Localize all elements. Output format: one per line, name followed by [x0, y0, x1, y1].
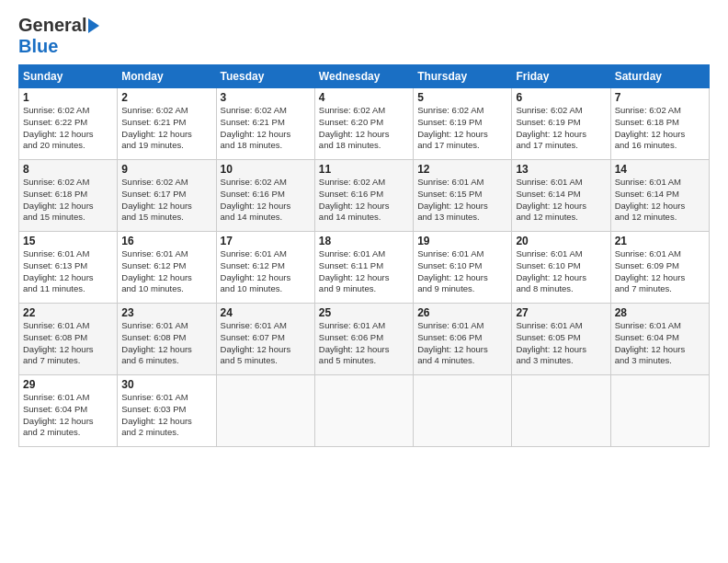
logo-blue-row: Blue	[18, 36, 58, 57]
day-number: 13	[516, 163, 606, 176]
day-number: 16	[121, 235, 211, 247]
calendar-week-2: 8Sunrise: 6:02 AMSunset: 6:18 PMDaylight…	[19, 160, 710, 232]
day-info: Sunrise: 6:02 AMSunset: 6:21 PMDaylight:…	[121, 105, 211, 152]
calendar-cell: 30Sunrise: 6:01 AMSunset: 6:03 PMDayligh…	[118, 375, 216, 447]
calendar-cell: 14Sunrise: 6:01 AMSunset: 6:14 PMDayligh…	[610, 160, 709, 232]
calendar-cell: 26Sunrise: 6:01 AMSunset: 6:06 PMDayligh…	[414, 304, 512, 375]
day-info: Sunrise: 6:02 AMSunset: 6:19 PMDaylight:…	[417, 105, 507, 152]
calendar-cell: 25Sunrise: 6:01 AMSunset: 6:06 PMDayligh…	[314, 304, 413, 375]
calendar-cell: 18Sunrise: 6:01 AMSunset: 6:11 PMDayligh…	[314, 232, 413, 304]
calendar-cell: 1Sunrise: 6:02 AMSunset: 6:22 PMDaylight…	[19, 88, 118, 160]
day-number: 29	[23, 378, 113, 391]
calendar-week-3: 15Sunrise: 6:01 AMSunset: 6:13 PMDayligh…	[19, 232, 710, 304]
day-number: 21	[615, 235, 705, 247]
day-number: 1	[23, 91, 113, 104]
day-number: 3	[221, 91, 311, 104]
calendar-cell	[610, 375, 709, 447]
calendar-cell: 24Sunrise: 6:01 AMSunset: 6:07 PMDayligh…	[216, 304, 314, 375]
calendar-cell: 11Sunrise: 6:02 AMSunset: 6:16 PMDayligh…	[314, 160, 413, 232]
logo-general-text: General	[18, 15, 86, 36]
logo-arrow-icon	[88, 18, 99, 33]
day-number: 2	[121, 91, 211, 104]
calendar-cell: 2Sunrise: 6:02 AMSunset: 6:21 PMDaylight…	[118, 88, 216, 160]
day-number: 22	[23, 306, 113, 319]
day-number: 30	[121, 378, 211, 391]
calendar-cell: 10Sunrise: 6:02 AMSunset: 6:16 PMDayligh…	[216, 160, 314, 232]
day-info: Sunrise: 6:02 AMSunset: 6:18 PMDaylight:…	[615, 105, 705, 152]
day-info: Sunrise: 6:01 AMSunset: 6:06 PMDaylight:…	[417, 320, 507, 367]
calendar-cell: 20Sunrise: 6:01 AMSunset: 6:10 PMDayligh…	[512, 232, 610, 304]
calendar-table: SundayMondayTuesdayWednesdayThursdayFrid…	[18, 64, 710, 447]
calendar-header-friday: Friday	[512, 65, 610, 88]
calendar-cell	[512, 375, 610, 447]
calendar-cell: 28Sunrise: 6:01 AMSunset: 6:04 PMDayligh…	[610, 304, 709, 375]
day-number: 11	[319, 163, 409, 176]
calendar-week-1: 1Sunrise: 6:02 AMSunset: 6:22 PMDaylight…	[19, 88, 710, 160]
day-number: 9	[121, 163, 211, 176]
day-info: Sunrise: 6:02 AMSunset: 6:18 PMDaylight:…	[23, 177, 113, 224]
day-info: Sunrise: 6:01 AMSunset: 6:08 PMDaylight:…	[23, 320, 113, 367]
calendar-cell: 13Sunrise: 6:01 AMSunset: 6:14 PMDayligh…	[512, 160, 610, 232]
calendar-header-saturday: Saturday	[610, 65, 709, 88]
day-number: 27	[516, 306, 606, 319]
day-info: Sunrise: 6:02 AMSunset: 6:22 PMDaylight:…	[23, 105, 113, 152]
day-number: 17	[221, 235, 311, 247]
calendar-cell: 23Sunrise: 6:01 AMSunset: 6:08 PMDayligh…	[118, 304, 216, 375]
day-info: Sunrise: 6:01 AMSunset: 6:14 PMDaylight:…	[516, 177, 606, 224]
calendar-header-wednesday: Wednesday	[314, 65, 413, 88]
calendar-header-monday: Monday	[118, 65, 216, 88]
logo-row: General	[18, 15, 99, 36]
day-number: 20	[516, 235, 606, 247]
day-number: 25	[319, 306, 409, 319]
calendar-cell: 16Sunrise: 6:01 AMSunset: 6:12 PMDayligh…	[118, 232, 216, 304]
day-info: Sunrise: 6:01 AMSunset: 6:08 PMDaylight:…	[121, 320, 211, 367]
calendar-cell: 22Sunrise: 6:01 AMSunset: 6:08 PMDayligh…	[19, 304, 118, 375]
calendar-cell	[314, 375, 413, 447]
day-info: Sunrise: 6:01 AMSunset: 6:12 PMDaylight:…	[221, 248, 311, 295]
day-info: Sunrise: 6:02 AMSunset: 6:16 PMDaylight:…	[319, 177, 409, 224]
day-info: Sunrise: 6:01 AMSunset: 6:04 PMDaylight:…	[23, 392, 113, 439]
calendar-cell: 27Sunrise: 6:01 AMSunset: 6:05 PMDayligh…	[512, 304, 610, 375]
day-number: 4	[319, 91, 409, 104]
page: General Blue SundayMondayTuesdayWednesda…	[0, 0, 728, 563]
day-number: 23	[121, 306, 211, 319]
day-info: Sunrise: 6:02 AMSunset: 6:21 PMDaylight:…	[221, 105, 311, 152]
day-info: Sunrise: 6:01 AMSunset: 6:11 PMDaylight:…	[319, 248, 409, 295]
day-number: 7	[615, 91, 705, 104]
day-number: 14	[615, 163, 705, 176]
calendar-cell	[414, 375, 512, 447]
calendar-cell: 21Sunrise: 6:01 AMSunset: 6:09 PMDayligh…	[610, 232, 709, 304]
calendar-cell: 4Sunrise: 6:02 AMSunset: 6:20 PMDaylight…	[314, 88, 413, 160]
day-info: Sunrise: 6:01 AMSunset: 6:10 PMDaylight:…	[417, 248, 507, 295]
day-info: Sunrise: 6:01 AMSunset: 6:12 PMDaylight:…	[121, 248, 211, 295]
logo: General Blue	[18, 15, 99, 57]
day-number: 18	[319, 235, 409, 247]
day-info: Sunrise: 6:01 AMSunset: 6:09 PMDaylight:…	[615, 248, 705, 295]
day-info: Sunrise: 6:01 AMSunset: 6:03 PMDaylight:…	[121, 392, 211, 439]
calendar-cell: 7Sunrise: 6:02 AMSunset: 6:18 PMDaylight…	[610, 88, 709, 160]
day-info: Sunrise: 6:02 AMSunset: 6:16 PMDaylight:…	[221, 177, 311, 224]
day-number: 15	[23, 235, 113, 247]
day-info: Sunrise: 6:01 AMSunset: 6:13 PMDaylight:…	[23, 248, 113, 295]
logo-blue-text: Blue	[18, 36, 58, 56]
day-number: 6	[516, 91, 606, 104]
day-number: 8	[23, 163, 113, 176]
day-number: 10	[221, 163, 311, 176]
day-info: Sunrise: 6:01 AMSunset: 6:14 PMDaylight:…	[615, 177, 705, 224]
calendar-cell: 29Sunrise: 6:01 AMSunset: 6:04 PMDayligh…	[19, 375, 118, 447]
calendar-cell: 19Sunrise: 6:01 AMSunset: 6:10 PMDayligh…	[414, 232, 512, 304]
calendar-header-sunday: Sunday	[19, 65, 118, 88]
day-number: 19	[417, 235, 507, 247]
calendar-cell: 15Sunrise: 6:01 AMSunset: 6:13 PMDayligh…	[19, 232, 118, 304]
day-info: Sunrise: 6:01 AMSunset: 6:10 PMDaylight:…	[516, 248, 606, 295]
day-number: 5	[417, 91, 507, 104]
day-info: Sunrise: 6:02 AMSunset: 6:19 PMDaylight:…	[516, 105, 606, 152]
header: General Blue	[18, 15, 710, 57]
calendar-cell: 8Sunrise: 6:02 AMSunset: 6:18 PMDaylight…	[19, 160, 118, 232]
day-info: Sunrise: 6:01 AMSunset: 6:04 PMDaylight:…	[615, 320, 705, 367]
calendar-header-thursday: Thursday	[414, 65, 512, 88]
calendar-cell: 5Sunrise: 6:02 AMSunset: 6:19 PMDaylight…	[414, 88, 512, 160]
day-info: Sunrise: 6:01 AMSunset: 6:07 PMDaylight:…	[221, 320, 311, 367]
day-number: 12	[417, 163, 507, 176]
calendar-header-tuesday: Tuesday	[216, 65, 314, 88]
